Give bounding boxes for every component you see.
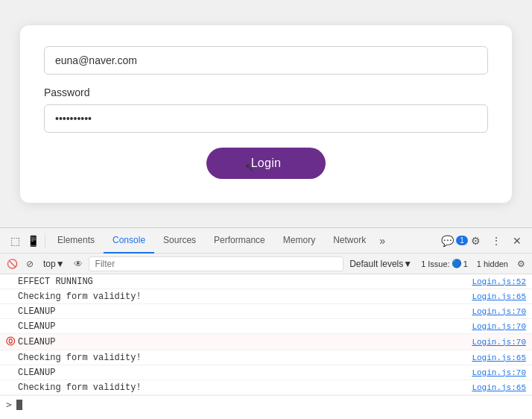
- log-source-2[interactable]: Login.js:65: [472, 292, 526, 301]
- log-row: EFFECT RUNNING Login.js:52: [0, 274, 532, 289]
- tab-console[interactable]: Console: [104, 228, 154, 253]
- issue-badge: 1 Issue: 🔵 1: [418, 259, 471, 268]
- log-row: Checking form validity! Login.js:65: [0, 380, 532, 395]
- log-row: Checking form validity! Login.js:65: [0, 350, 532, 365]
- log-text-7: CLEANUP: [18, 368, 466, 378]
- email-field[interactable]: euna@naver.com: [44, 46, 488, 75]
- console-input-row: >: [0, 395, 532, 413]
- log-text-3: CLEANUP: [18, 306, 466, 317]
- log-row: Checking form validity! Login.js:65: [0, 289, 532, 304]
- console-log-area: EFFECT RUNNING Login.js:52 Checking form…: [0, 274, 532, 419]
- devtools-tab-bar: ⬚ 📱 Elements Console Sources Performance…: [0, 228, 532, 253]
- tab-network[interactable]: Network: [324, 228, 375, 253]
- log-text-1: EFFECT RUNNING: [18, 277, 466, 287]
- device-toolbar-icon[interactable]: 📱: [25, 233, 40, 248]
- message-count-button[interactable]: 💬 1: [446, 232, 463, 250]
- console-prompt: >: [6, 399, 12, 410]
- log-text-6: Checking form validity!: [18, 353, 466, 363]
- login-button[interactable]: Login: [206, 148, 326, 179]
- devtools-right-controls: 💬 1 ⚙ ⋮ ✕: [446, 232, 529, 250]
- login-card: euna@naver.com Password •••••••••• Login: [20, 25, 512, 203]
- page-area: euna@naver.com Password •••••••••• Login…: [0, 0, 532, 227]
- tab-memory[interactable]: Memory: [274, 228, 324, 253]
- devtools-icons-left: ⬚ 📱: [3, 233, 45, 248]
- console-cursor: [16, 400, 22, 410]
- log-source-7[interactable]: Login.js:70: [472, 368, 526, 377]
- console-toolbar: 🚫 ⊘ top ▼ 👁 Default levels ▼ 1 Issue: 🔵 …: [0, 253, 532, 274]
- default-levels-selector[interactable]: Default levels ▼: [346, 257, 415, 271]
- settings-button[interactable]: ⚙: [466, 232, 484, 250]
- close-devtools-button[interactable]: ✕: [508, 232, 526, 250]
- filter-input[interactable]: [89, 256, 344, 271]
- tab-performance[interactable]: Performance: [205, 228, 274, 253]
- log-source-1[interactable]: Login.js:52: [472, 277, 526, 286]
- log-source-4[interactable]: Login.js:70: [472, 322, 526, 331]
- tab-sources[interactable]: Sources: [154, 228, 205, 253]
- log-text-5: CLEANUP: [18, 337, 466, 347]
- log-source-3[interactable]: Login.js:70: [472, 307, 526, 316]
- log-row: CLEANUP Login.js:70: [0, 365, 532, 380]
- console-settings-button[interactable]: ⚙: [514, 257, 528, 271]
- log-source-6[interactable]: Login.js:65: [472, 353, 526, 362]
- log-text-2: Checking form validity!: [18, 292, 466, 302]
- log-row-error: ⓪ CLEANUP Login.js:70: [0, 334, 532, 350]
- log-source-8[interactable]: Login.js:65: [472, 383, 526, 392]
- log-row: CLEANUP Login.js:70: [0, 319, 532, 334]
- context-selector[interactable]: top ▼: [40, 257, 68, 271]
- log-text-8: Checking form validity!: [18, 382, 466, 393]
- log-icon-5: ⓪: [6, 335, 18, 348]
- clear-console-button[interactable]: 🚫: [4, 256, 19, 271]
- log-row: CLEANUP Login.js:70: [0, 304, 532, 319]
- password-field[interactable]: ••••••••••: [44, 104, 488, 133]
- more-options-button[interactable]: ⋮: [487, 232, 505, 250]
- inspect-element-icon[interactable]: ⬚: [7, 233, 22, 248]
- tab-elements[interactable]: Elements: [48, 228, 104, 253]
- log-text-4: CLEANUP: [18, 321, 466, 332]
- more-tabs-button[interactable]: »: [375, 235, 390, 247]
- hidden-count: 1 hidden: [474, 259, 511, 268]
- stop-button[interactable]: ⊘: [22, 256, 37, 271]
- log-source-5[interactable]: Login.js:70: [472, 338, 526, 347]
- password-label: Password: [44, 86, 488, 98]
- devtools-panel: ⬚ 📱 Elements Console Sources Performance…: [0, 227, 532, 419]
- eye-icon[interactable]: 👁: [71, 256, 86, 271]
